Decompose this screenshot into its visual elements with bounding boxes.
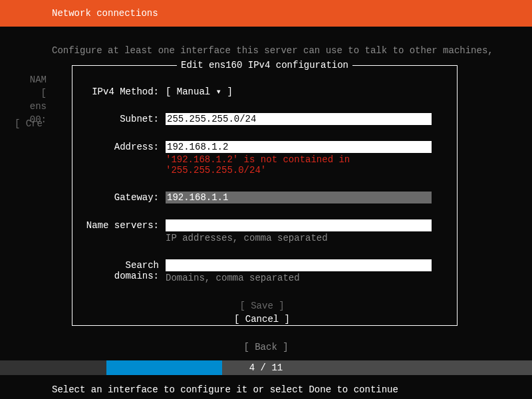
- address-input[interactable]: 192.168.1.2: [166, 141, 432, 153]
- address-label: Address:: [79, 141, 166, 152]
- search-domains-hint: Domains, comma separated: [166, 271, 445, 283]
- search-domains-label: Search domains:: [79, 259, 166, 281]
- dialog-title: Edit ens160 IPv4 configuration: [177, 60, 352, 70]
- bg-col-header: NAM: [20, 73, 47, 86]
- progress-text: 4 / 11: [0, 362, 532, 373]
- footer-help-text: Select an interface to configure it or s…: [52, 384, 398, 395]
- progress-bar: 4 / 11: [0, 360, 532, 375]
- back-button[interactable]: [ Back ]: [0, 342, 532, 352]
- nameservers-label: Name servers:: [79, 219, 166, 231]
- ipv4-config-dialog: Edit ens160 IPv4 configuration IPv4 Meth…: [72, 65, 458, 326]
- method-label: IPv4 Method:: [79, 86, 166, 97]
- gateway-label: Gateway:: [79, 192, 166, 203]
- save-button[interactable]: [ Save ]: [79, 299, 445, 313]
- subnet-label: Subnet:: [79, 113, 166, 124]
- nameservers-hint: IP addresses, comma separated: [166, 231, 445, 243]
- gateway-input[interactable]: 192.168.1.1: [166, 192, 432, 203]
- page-title: Network connections: [52, 8, 158, 19]
- nameservers-input[interactable]: [166, 219, 432, 231]
- bg-create-bond: [ Cre: [15, 118, 43, 129]
- subnet-input[interactable]: 255.255.255.0/24: [166, 113, 432, 125]
- cancel-button[interactable]: [ Cancel ]: [79, 313, 445, 326]
- bg-iface: [ ens: [20, 86, 47, 113]
- instruction-text: Configure at least one interface this se…: [0, 27, 532, 63]
- address-error: '192.168.1.2' is not contained in '255.2…: [166, 153, 445, 176]
- header-bar: Network connections: [0, 0, 532, 27]
- ipv4-method-select[interactable]: [ Manual ▾ ]: [166, 86, 233, 97]
- search-domains-input[interactable]: [166, 259, 432, 271]
